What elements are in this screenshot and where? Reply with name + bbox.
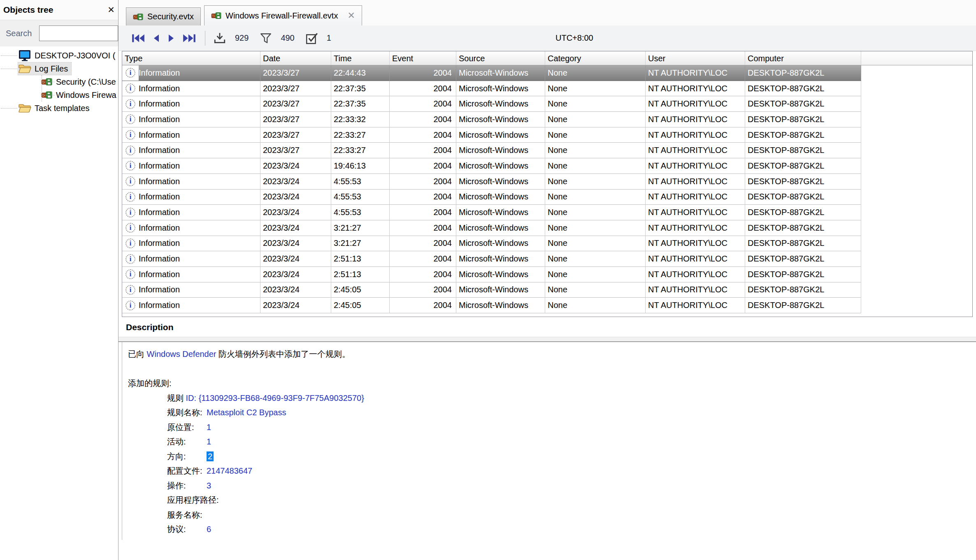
tab-security-evtx[interactable]: Security.evtx: [126, 7, 201, 25]
next-record-button[interactable]: [166, 33, 177, 44]
cell-time: 2:51:13: [331, 267, 390, 282]
info-glyph: i: [125, 192, 135, 202]
description-line: 已向 Windows Defender 防火墙例外列表中添加了一个规则。: [128, 347, 976, 362]
cell-type: iInformation: [122, 282, 260, 298]
close-panel-icon[interactable]: ✕: [104, 5, 118, 15]
cell-date: 2023/3/24: [260, 282, 331, 298]
cell-user: NT AUTHORITY\LOC: [646, 267, 745, 282]
filter-icon[interactable]: [259, 32, 272, 44]
info-glyph: i: [125, 208, 135, 218]
column-header-computer[interactable]: Computer: [745, 51, 861, 65]
table-row[interactable]: iInformation2023/3/244:55:532004Microsof…: [122, 174, 972, 190]
table-row[interactable]: iInformation2023/3/244:55:532004Microsof…: [122, 190, 972, 205]
cell-computer: DESKTOP-887GK2L: [745, 127, 861, 143]
tree-item-task-templates[interactable]: Task templates: [0, 102, 118, 115]
table-row[interactable]: iInformation2023/3/2722:33:272004Microso…: [122, 143, 972, 158]
folder-open-icon: [18, 103, 31, 113]
table-row[interactable]: iInformation2023/3/2722:44:432004Microso…: [122, 65, 972, 81]
description-segment: 方向:: [167, 452, 207, 461]
info-glyph: i: [125, 238, 135, 248]
tree-item-label: Log Files: [35, 64, 68, 74]
column-header-type[interactable]: Type: [122, 51, 260, 65]
table-row[interactable]: iInformation2023/3/2722:33:272004Microso…: [122, 127, 972, 143]
table-row[interactable]: iInformation2023/3/242:51:132004Microsof…: [122, 251, 972, 267]
previous-record-button[interactable]: [151, 33, 161, 44]
description-segment: 安全选项:: [167, 539, 207, 540]
tree-item-computer[interactable]: DESKTOP-J3O0VOI (: [0, 49, 118, 62]
description-line: 服务名称:: [167, 508, 976, 523]
column-header-date[interactable]: Date: [260, 51, 331, 65]
tree-connector: [1, 69, 17, 69]
cell-user: NT AUTHORITY\LOC: [646, 65, 745, 81]
search-input[interactable]: [39, 25, 118, 41]
pane-splitter[interactable]: [119, 337, 976, 342]
cell-time: 2:45:05: [331, 282, 390, 298]
description-body[interactable]: 已向 Windows Defender 防火墙例外列表中添加了一个规则。 添加的…: [122, 342, 976, 540]
table-row[interactable]: iInformation2023/3/242:51:132004Microsof…: [122, 267, 972, 282]
table-row[interactable]: iInformation2023/3/242:45:052004Microsof…: [122, 298, 972, 313]
folder-open-icon: [18, 64, 31, 74]
info-glyph: i: [125, 285, 135, 295]
info-glyph: i: [125, 114, 135, 124]
timezone-label: UTC+8:00: [555, 25, 593, 51]
loaded-events-icon[interactable]: [213, 32, 227, 45]
cell-category: None: [545, 236, 646, 252]
cell-type-label: Information: [139, 115, 180, 124]
tree-item-security-log[interactable]: Security (C:\Use: [0, 75, 118, 88]
tab-label: Security.evtx: [147, 12, 194, 21]
first-record-button[interactable]: [131, 33, 146, 44]
cell-event: 2004: [390, 220, 456, 236]
table-row[interactable]: iInformation2023/3/243:21:272004Microsof…: [122, 220, 972, 236]
cell-source: Microsoft-Windows: [456, 96, 545, 112]
description-line: 添加的规则:: [128, 376, 976, 391]
cell-source: Microsoft-Windows: [456, 158, 545, 174]
cell-category: None: [545, 96, 646, 112]
information-icon: i: [122, 267, 139, 282]
description-segment: 6: [207, 525, 211, 534]
description-line: 协议: 6: [167, 522, 976, 537]
cell-event: 2004: [390, 251, 456, 267]
description-line: 应用程序路径:: [167, 493, 976, 508]
tree-connector: [42, 75, 42, 102]
column-header-event[interactable]: Event: [390, 51, 456, 65]
column-header-category[interactable]: Category: [545, 51, 646, 65]
cell-date: 2023/3/27: [260, 127, 331, 143]
objects-tree: DESKTOP-J3O0VOI ( Log Files Security (C:…: [0, 46, 118, 559]
tab-bar: Security.evtx Windows Firewall-Firewall.…: [119, 0, 976, 25]
cell-user: NT AUTHORITY\LOC: [646, 112, 745, 127]
table-row[interactable]: iInformation2023/3/2722:33:322004Microso…: [122, 112, 972, 127]
table-row[interactable]: iInformation2023/3/2722:37:352004Microso…: [122, 81, 972, 97]
close-tab-icon[interactable]: ✕: [347, 10, 355, 21]
tree-item-firewall-log[interactable]: Windows Firewa: [0, 88, 118, 102]
cell-date: 2023/3/27: [260, 143, 331, 158]
info-glyph: i: [125, 223, 135, 233]
tree-connector: [42, 95, 55, 95]
cell-computer: DESKTOP-887GK2L: [745, 174, 861, 190]
cell-user: NT AUTHORITY\LOC: [646, 158, 745, 174]
description-segment: 服务名称:: [167, 510, 202, 519]
checked-events-icon[interactable]: [305, 32, 318, 45]
tab-windows-firewall-evtx[interactable]: Windows Firewall-Firewall.evtx ✕: [204, 5, 362, 25]
information-icon: i: [122, 236, 139, 251]
last-record-button[interactable]: [182, 33, 197, 44]
description-line: 活动: 1: [167, 435, 976, 449]
description-segment: 规则名称:: [167, 408, 207, 417]
tree-item-log-files[interactable]: Log Files: [0, 62, 118, 75]
column-header-time[interactable]: Time: [331, 51, 390, 65]
computer-icon: [18, 50, 31, 61]
cell-time: 2:45:05: [331, 298, 390, 313]
cell-user: NT AUTHORITY\LOC: [646, 190, 745, 205]
cell-computer: DESKTOP-887GK2L: [745, 282, 861, 298]
column-header-source[interactable]: Source: [456, 51, 545, 65]
cell-computer: DESKTOP-887GK2L: [745, 81, 861, 97]
info-glyph: i: [125, 130, 135, 140]
table-row[interactable]: iInformation2023/3/2419:46:132004Microso…: [122, 158, 972, 174]
table-row[interactable]: iInformation2023/3/244:55:532004Microsof…: [122, 205, 972, 220]
table-row[interactable]: iInformation2023/3/2722:37:352004Microso…: [122, 96, 972, 112]
table-row[interactable]: iInformation2023/3/243:21:272004Microsof…: [122, 236, 972, 252]
table-row[interactable]: iInformation2023/3/242:45:052004Microsof…: [122, 282, 972, 298]
description-segment: 2147483647: [207, 466, 252, 475]
cell-category: None: [545, 205, 646, 220]
column-header-user[interactable]: User: [646, 51, 745, 65]
filtered-events-count: 490: [281, 33, 294, 43]
